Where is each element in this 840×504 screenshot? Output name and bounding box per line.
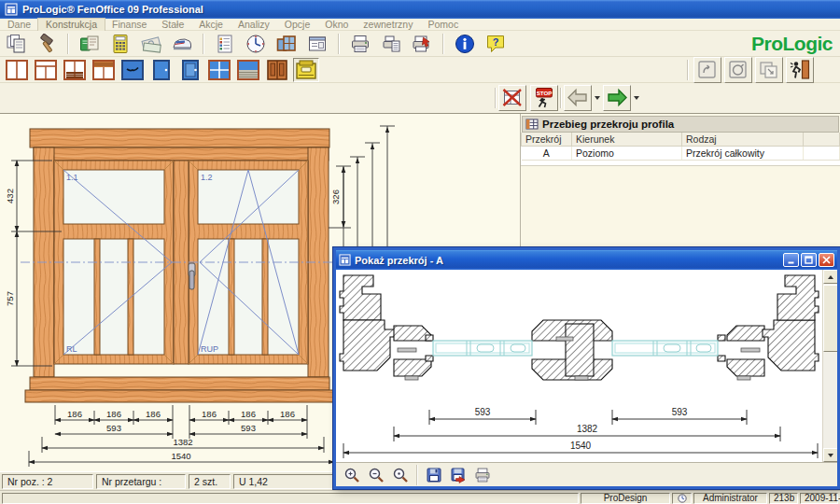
- scroll-down-icon: [828, 454, 833, 457]
- menu-opcje[interactable]: Opcje: [277, 19, 317, 31]
- sash-label-left: RL: [66, 344, 77, 354]
- print-button[interactable]: [348, 32, 372, 56]
- save-as-button[interactable]: [448, 465, 469, 485]
- train-button[interactable]: [170, 32, 194, 56]
- popup-canvas[interactable]: 593 593 1382 1540: [336, 270, 837, 462]
- banknote-button[interactable]: [139, 32, 163, 56]
- table-row[interactable]: A Poziomo Przekrój całkowity: [522, 147, 840, 161]
- info-button[interactable]: [453, 32, 477, 56]
- dim-label: 593: [475, 407, 491, 417]
- wt-arch-window-button[interactable]: [119, 58, 146, 82]
- zoom-out-icon: [368, 467, 385, 483]
- cell-przekroj[interactable]: A: [522, 147, 572, 161]
- column-header-rodzaj[interactable]: Rodzaj: [682, 133, 804, 147]
- sash-label-right: RUP: [201, 344, 218, 354]
- scrollbar-thumb[interactable]: [823, 285, 837, 352]
- clock-button[interactable]: [244, 32, 268, 56]
- wt-transom-window-button[interactable]: [33, 58, 59, 82]
- popup-scrollbar[interactable]: [822, 270, 837, 462]
- copy-documents-button[interactable]: [4, 32, 28, 56]
- zoom-fit-button[interactable]: [390, 465, 411, 485]
- wt-door-right-button[interactable]: [177, 58, 203, 82]
- menu-konstrukcja[interactable]: Konstrukcja: [38, 19, 105, 31]
- toolbar-separator: [338, 34, 340, 54]
- wt-half-blind-button[interactable]: [235, 58, 261, 82]
- exit-button[interactable]: [786, 57, 814, 83]
- double-door-icon: [265, 59, 289, 81]
- back-button[interactable]: [564, 85, 592, 111]
- forward-dropdown-caret[interactable]: [634, 96, 639, 100]
- print-export-button[interactable]: [410, 32, 434, 56]
- toolbar-separator: [203, 34, 204, 54]
- menu-okno[interactable]: Okno: [317, 19, 356, 31]
- print-section-button[interactable]: [472, 465, 493, 485]
- back-dropdown-caret[interactable]: [595, 96, 600, 100]
- menu-analizy[interactable]: Analizy: [231, 19, 277, 31]
- stop-button[interactable]: [530, 85, 558, 111]
- title-bar: ProLogic® FenOffice 09 Professional: [0, 0, 840, 19]
- scroll-up-button[interactable]: [823, 270, 837, 284]
- wt-twin-casement-button[interactable]: [4, 58, 30, 82]
- wt-roller-blind-button[interactable]: [91, 58, 117, 82]
- wt-hardware-key-button[interactable]: [293, 58, 319, 82]
- wt-four-pane-button[interactable]: [206, 58, 232, 82]
- calculator-button[interactable]: [108, 32, 133, 56]
- menu-akcje[interactable]: Akcje: [191, 19, 231, 31]
- save-button[interactable]: [424, 465, 444, 485]
- dim-label: 1382: [577, 424, 598, 434]
- status-position: Nr poz. : 2: [2, 474, 93, 489]
- profile-arc-icon: [727, 59, 749, 81]
- dim-label: 186: [280, 409, 295, 419]
- popup-toolbar: [336, 462, 837, 486]
- menu-zewnetrzny[interactable]: zewnetrzny: [356, 19, 420, 31]
- train-icon: [172, 34, 192, 54]
- cell-kierunek[interactable]: Poziomo: [572, 147, 682, 161]
- zoom-out-button[interactable]: [366, 465, 386, 485]
- print-page-button[interactable]: [379, 32, 403, 56]
- minimize-button[interactable]: [783, 253, 799, 267]
- catalog-button[interactable]: [77, 32, 102, 56]
- wt-door-left-button[interactable]: [148, 58, 175, 82]
- menu-stale[interactable]: Stałe: [154, 19, 191, 31]
- toolbar-separator: [67, 34, 69, 54]
- dim-label: 432: [5, 189, 15, 203]
- close-button[interactable]: [819, 253, 834, 267]
- profile-sections: [340, 275, 819, 380]
- menu-finanse[interactable]: Finanse: [105, 19, 154, 31]
- calculator-icon: [110, 34, 131, 54]
- delete-position-button[interactable]: [498, 85, 526, 111]
- casement-shutter-icon: [63, 59, 87, 81]
- clock-icon: [245, 34, 266, 54]
- clock-icon: [678, 494, 687, 503]
- table-empty-area: [521, 161, 840, 166]
- maximize-button[interactable]: [801, 253, 817, 267]
- forward-button[interactable]: [603, 85, 631, 111]
- stop-icon: [533, 87, 555, 109]
- cell-rodzaj[interactable]: Przekrój całkowity: [682, 147, 804, 161]
- help-icon: [485, 34, 506, 54]
- wt-double-door-button[interactable]: [264, 58, 290, 82]
- column-header-kierunek[interactable]: Kierunek: [572, 133, 682, 147]
- menu-dane[interactable]: Dane: [0, 19, 38, 31]
- checklist-button[interactable]: [213, 32, 237, 56]
- hammer-button[interactable]: [35, 32, 59, 56]
- wt-casement-shutter-button[interactable]: [62, 58, 88, 82]
- profile-arc-button[interactable]: [724, 57, 752, 83]
- window-dialog-icon: [307, 34, 328, 54]
- status-quantity: 2 szt.: [189, 474, 231, 489]
- section-panel-header: Przebieg przekroju profila: [522, 116, 839, 133]
- profile-round-button[interactable]: [693, 57, 721, 83]
- window-dialog-button[interactable]: [305, 32, 329, 56]
- copy-section-button[interactable]: [755, 57, 783, 83]
- help-button[interactable]: [483, 32, 508, 56]
- exit-door-icon: [789, 59, 811, 81]
- window-gallery-button[interactable]: [274, 32, 299, 56]
- dim-label: 186: [67, 409, 82, 419]
- menu-pomoc[interactable]: Pomoc: [420, 19, 466, 31]
- column-header-przekroj[interactable]: Przekrój: [522, 133, 572, 147]
- zoom-in-button[interactable]: [342, 465, 362, 485]
- twin-casement-icon: [5, 59, 29, 81]
- save-export-icon: [450, 467, 467, 483]
- scroll-down-button[interactable]: [823, 448, 837, 462]
- popup-title-bar[interactable]: Pokaż przekrój - A: [336, 250, 837, 270]
